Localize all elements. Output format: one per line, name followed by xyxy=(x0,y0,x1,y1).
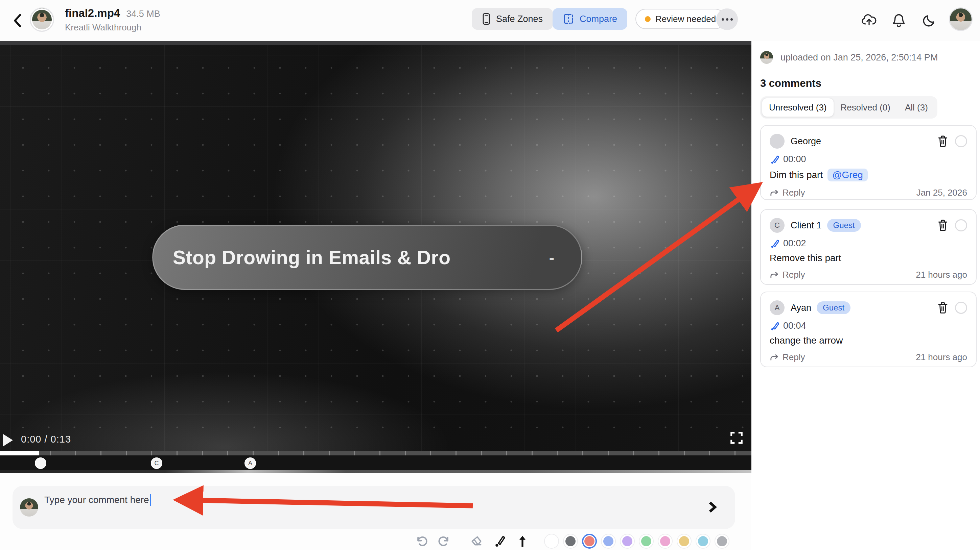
video-filmstrip-band xyxy=(0,470,751,473)
ellipsis-icon xyxy=(722,18,724,21)
progress-fill xyxy=(0,451,39,455)
color-swatch-10[interactable] xyxy=(714,534,729,548)
status-badge[interactable]: Review needed xyxy=(635,9,725,29)
uploader-avatar xyxy=(760,51,773,64)
notifications-button[interactable] xyxy=(890,11,908,29)
uploaded-info: uploaded on Jan 25, 2026, 2:50:14 PM xyxy=(760,51,938,64)
annotation-pen-icon xyxy=(770,239,779,248)
play-button[interactable] xyxy=(3,433,18,448)
bell-icon xyxy=(892,13,905,27)
file-title-block: final2.mp4 34.5 MB Kreatli Walkthrough xyxy=(65,7,160,33)
undo-button[interactable] xyxy=(414,534,429,548)
safe-zones-label: Safe Zones xyxy=(496,14,543,24)
upload-button[interactable] xyxy=(860,11,878,29)
status-badge-label: Review needed xyxy=(655,14,716,24)
theme-toggle-button[interactable] xyxy=(921,11,938,29)
reply-button[interactable]: Reply xyxy=(770,269,805,280)
send-icon xyxy=(705,500,719,514)
comment-card: A Ayan Guest 00:04 change the arrow Repl… xyxy=(760,292,977,367)
color-swatch-4[interactable] xyxy=(601,534,616,548)
user-avatar[interactable] xyxy=(949,8,972,31)
eraser-tool-button[interactable] xyxy=(469,534,484,548)
comment-text: change the arrow xyxy=(770,335,843,346)
color-swatch-6[interactable] xyxy=(639,534,654,548)
status-dot-icon xyxy=(645,16,651,22)
compare-icon xyxy=(563,13,574,25)
redo-icon xyxy=(438,536,450,547)
guest-badge: Guest xyxy=(827,219,861,232)
commenter-name: George xyxy=(791,136,821,147)
video-caption-cursor: - xyxy=(549,248,554,266)
comment-date: 21 hours ago xyxy=(916,352,967,363)
comment-card: C Client 1 Guest 00:02 Remove this part … xyxy=(760,209,977,285)
pen-tool-button[interactable] xyxy=(492,534,507,548)
arrow-tool-button[interactable] xyxy=(515,534,530,548)
resolve-toggle[interactable] xyxy=(955,219,967,231)
comment-input-bar: Type your comment here xyxy=(13,486,735,529)
send-comment-button[interactable] xyxy=(705,500,720,515)
commenter-avatar xyxy=(770,134,784,149)
uploaded-text: uploaded on Jan 25, 2026, 2:50:14 PM xyxy=(781,52,938,63)
comment-date: 21 hours ago xyxy=(916,269,967,280)
compare-button[interactable]: Compare xyxy=(552,8,627,30)
comment-timestamp[interactable]: 00:02 xyxy=(783,238,806,249)
delete-comment-button[interactable] xyxy=(937,219,949,231)
file-owner-avatar xyxy=(30,8,54,32)
resolve-toggle[interactable] xyxy=(955,135,967,147)
chevron-left-icon xyxy=(12,14,22,27)
color-swatch-5[interactable] xyxy=(620,534,635,548)
more-options-button[interactable] xyxy=(716,8,738,30)
undo-icon xyxy=(415,536,428,547)
redo-button[interactable] xyxy=(437,534,452,548)
reply-button[interactable]: Reply xyxy=(770,187,805,198)
color-swatch-7[interactable] xyxy=(658,534,673,548)
color-swatch-2[interactable] xyxy=(563,534,578,548)
timeline-marker-ayan[interactable]: A xyxy=(245,457,256,469)
current-user-avatar xyxy=(20,498,38,517)
trash-icon xyxy=(938,135,948,147)
annotation-pen-icon xyxy=(770,155,779,164)
comment-timestamp[interactable]: 00:04 xyxy=(783,320,806,331)
tab-unresolved[interactable]: Unresolved (3) xyxy=(762,98,834,117)
phone-icon xyxy=(482,13,491,25)
resolve-toggle[interactable] xyxy=(955,302,967,314)
text-cursor xyxy=(150,494,151,506)
commenter-avatar: A xyxy=(770,300,784,315)
color-swatch-9[interactable] xyxy=(695,534,711,548)
page-title: final2.mp4 xyxy=(65,7,120,20)
tab-all[interactable]: All (3) xyxy=(897,98,936,117)
timeline-marker-george[interactable] xyxy=(35,457,46,469)
fullscreen-button[interactable] xyxy=(728,430,745,447)
color-swatch-8[interactable] xyxy=(677,534,692,548)
trash-icon xyxy=(938,302,948,314)
delete-comment-button[interactable] xyxy=(937,135,949,147)
safe-zones-button[interactable]: Safe Zones xyxy=(472,8,553,30)
video-caption-text: Stop Drowing in Emails & Dro xyxy=(173,246,549,269)
comments-sidebar: uploaded on Jan 25, 2026, 2:50:14 PM 3 c… xyxy=(751,41,980,550)
progress-bar[interactable] xyxy=(0,451,751,455)
timeline-marker-strip: C A xyxy=(0,455,751,471)
delete-comment-button[interactable] xyxy=(937,302,949,314)
drawing-toolbar xyxy=(414,533,729,550)
color-swatch-3[interactable] xyxy=(582,534,597,548)
comment-input[interactable]: Type your comment here xyxy=(44,494,151,506)
video-top-strip xyxy=(0,41,751,45)
timeline-marker-client[interactable]: C xyxy=(151,457,162,469)
color-swatch-1[interactable] xyxy=(544,534,559,548)
video-player: Stop Drowing in Emails & Dro - 0:00 / 0:… xyxy=(0,41,751,473)
reply-icon xyxy=(770,271,779,279)
arrow-icon xyxy=(517,534,528,548)
back-button[interactable] xyxy=(10,13,25,29)
header: final2.mp4 34.5 MB Kreatli Walkthrough S… xyxy=(0,0,980,41)
cloud-upload-icon xyxy=(861,14,877,27)
reply-button[interactable]: Reply xyxy=(770,352,805,363)
comment-text: Remove this part xyxy=(770,253,842,263)
comment-timestamp[interactable]: 00:00 xyxy=(783,154,806,165)
comment-date: Jan 25, 2026 xyxy=(916,187,967,198)
file-size: 34.5 MB xyxy=(126,9,160,19)
pen-icon xyxy=(494,535,505,548)
mention-chip[interactable]: @Greg xyxy=(827,169,868,181)
tab-resolved[interactable]: Resolved (0) xyxy=(834,98,897,117)
commenter-name: Client 1 xyxy=(791,220,822,231)
commenter-avatar: C xyxy=(770,218,784,233)
